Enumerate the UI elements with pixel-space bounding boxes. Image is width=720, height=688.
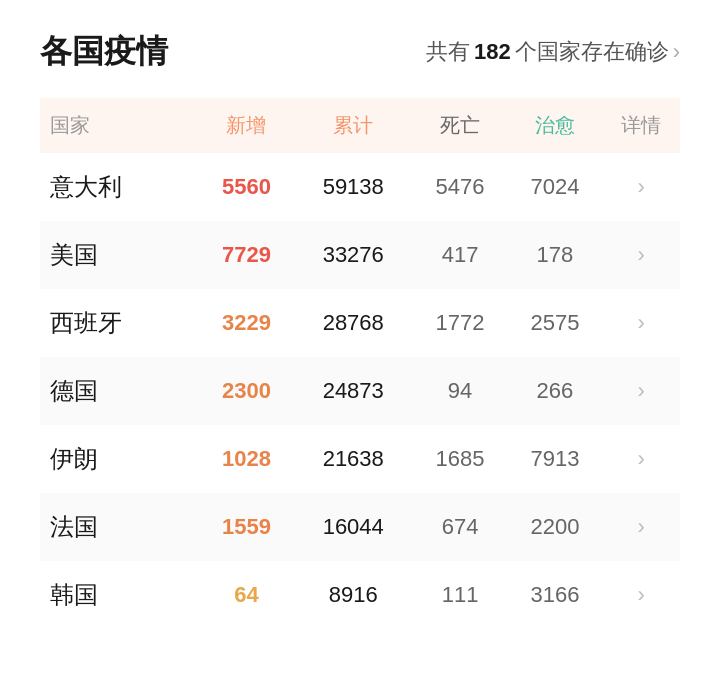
summary-count: 182 (474, 39, 511, 65)
detail-arrow[interactable]: › (602, 561, 680, 629)
detail-arrow[interactable]: › (602, 357, 680, 425)
new-count: 64 (199, 561, 294, 629)
death-count: 1772 (413, 289, 508, 357)
new-count: 7729 (199, 221, 294, 289)
recover-count: 3166 (507, 561, 602, 629)
total-count: 28768 (294, 289, 413, 357)
country-name: 意大利 (40, 153, 199, 221)
total-count: 16044 (294, 493, 413, 561)
page-header: 各国疫情 共有 182 个国家存在确诊 › (40, 30, 680, 74)
total-count: 24873 (294, 357, 413, 425)
col-header-total: 累计 (294, 98, 413, 153)
country-name: 美国 (40, 221, 199, 289)
death-count: 5476 (413, 153, 508, 221)
detail-arrow[interactable]: › (602, 153, 680, 221)
country-name: 法国 (40, 493, 199, 561)
summary-prefix: 共有 (426, 37, 470, 67)
col-header-new: 新增 (199, 98, 294, 153)
table-row[interactable]: 美国 7729 33276 417 178 › (40, 221, 680, 289)
new-count: 2300 (199, 357, 294, 425)
detail-arrow[interactable]: › (602, 493, 680, 561)
col-header-death: 死亡 (413, 98, 508, 153)
table-header-row: 国家 新增 累计 死亡 治愈 详情 (40, 98, 680, 153)
recover-count: 266 (507, 357, 602, 425)
table-row[interactable]: 韩国 64 8916 111 3166 › (40, 561, 680, 629)
country-name: 西班牙 (40, 289, 199, 357)
death-count: 94 (413, 357, 508, 425)
recover-count: 7913 (507, 425, 602, 493)
total-count: 8916 (294, 561, 413, 629)
total-count: 59138 (294, 153, 413, 221)
summary-arrow: › (673, 39, 680, 65)
death-count: 674 (413, 493, 508, 561)
new-count: 1559 (199, 493, 294, 561)
new-count: 3229 (199, 289, 294, 357)
death-count: 111 (413, 561, 508, 629)
detail-arrow[interactable]: › (602, 289, 680, 357)
country-table: 国家 新增 累计 死亡 治愈 详情 意大利 5560 59138 5476 70… (40, 98, 680, 629)
new-count: 5560 (199, 153, 294, 221)
col-header-country: 国家 (40, 98, 199, 153)
page-title: 各国疫情 (40, 30, 168, 74)
table-row[interactable]: 西班牙 3229 28768 1772 2575 › (40, 289, 680, 357)
country-name: 德国 (40, 357, 199, 425)
recover-count: 7024 (507, 153, 602, 221)
country-name: 韩国 (40, 561, 199, 629)
table-row[interactable]: 意大利 5560 59138 5476 7024 › (40, 153, 680, 221)
summary-text[interactable]: 共有 182 个国家存在确诊 › (426, 37, 680, 67)
recover-count: 2575 (507, 289, 602, 357)
table-body: 意大利 5560 59138 5476 7024 › 美国 7729 33276… (40, 153, 680, 629)
table-row[interactable]: 德国 2300 24873 94 266 › (40, 357, 680, 425)
detail-arrow[interactable]: › (602, 425, 680, 493)
table-row[interactable]: 伊朗 1028 21638 1685 7913 › (40, 425, 680, 493)
col-header-detail: 详情 (602, 98, 680, 153)
death-count: 1685 (413, 425, 508, 493)
new-count: 1028 (199, 425, 294, 493)
total-count: 33276 (294, 221, 413, 289)
summary-suffix: 个国家存在确诊 (515, 37, 669, 67)
table-row[interactable]: 法国 1559 16044 674 2200 › (40, 493, 680, 561)
col-header-recover: 治愈 (507, 98, 602, 153)
detail-arrow[interactable]: › (602, 221, 680, 289)
total-count: 21638 (294, 425, 413, 493)
recover-count: 178 (507, 221, 602, 289)
country-name: 伊朗 (40, 425, 199, 493)
recover-count: 2200 (507, 493, 602, 561)
death-count: 417 (413, 221, 508, 289)
